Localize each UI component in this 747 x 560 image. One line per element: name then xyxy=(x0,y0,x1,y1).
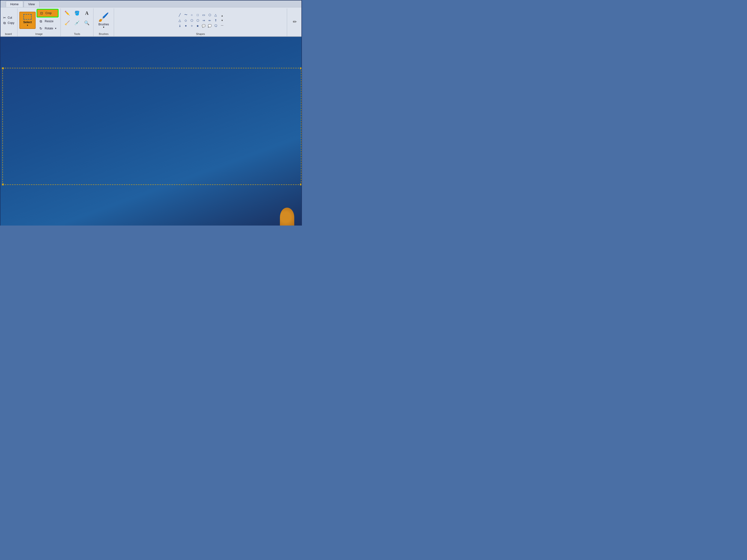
ribbon: Home View ✂ Cut ⧉ Copy xyxy=(0,0,302,37)
shape-arrow-u[interactable]: ⇑ xyxy=(213,18,218,23)
shape-callout3[interactable]: 🗨 xyxy=(213,23,218,28)
copy-button[interactable]: ⧉ Copy xyxy=(1,21,15,25)
shape-pent[interactable]: ⬠ xyxy=(189,18,195,23)
image-label: Image xyxy=(35,32,43,36)
cut-icon: ✂ xyxy=(2,16,7,20)
select-dashed-icon xyxy=(23,14,31,20)
shapes-more[interactable]: — xyxy=(220,23,224,27)
shape-star6[interactable]: ✧ xyxy=(189,23,195,28)
shape-arrow-l[interactable]: ⇐ xyxy=(207,18,212,23)
shape-wave[interactable]: 〜 xyxy=(183,12,188,18)
shapes-scroll-down[interactable]: ▼ xyxy=(220,18,224,23)
edit-group: ✏ xyxy=(287,8,302,36)
image-group: Select ▼ ⊡ Crop ⧉ Resize xyxy=(18,8,61,36)
brushes-label: Brushes xyxy=(99,23,109,26)
tools-label: Tools xyxy=(74,32,80,36)
edit-icon: ✏ xyxy=(293,19,297,25)
rotate-icon: ↻ xyxy=(38,26,43,31)
brushes-button[interactable]: 🖌️ Brushes ▼ xyxy=(95,12,112,29)
eraser-icon: 🧹 xyxy=(65,20,70,26)
resize-button[interactable]: ⧉ Resize xyxy=(36,18,58,25)
shapes-scroll: ▲ ▼ — xyxy=(220,13,224,27)
shape-arrow-r[interactable]: ⇒ xyxy=(201,18,207,23)
rotate-button[interactable]: ↻ Rotate ▼ xyxy=(36,25,58,32)
shape-arrow-d[interactable]: ⇓ xyxy=(177,23,183,28)
tools-group: ✏️ 🪣 A 🧹 💉 xyxy=(61,8,94,36)
tools-row-1: ✏️ 🪣 A xyxy=(62,9,91,18)
handle-top-left[interactable] xyxy=(2,68,4,69)
rotate-label: Rotate xyxy=(45,27,53,30)
shape-tri1[interactable]: △ xyxy=(213,12,218,18)
copy-icon: ⧉ xyxy=(2,21,7,25)
clipboard-group: ✂ Cut ⧉ Copy board xyxy=(0,8,18,36)
brushes-arrow: ▼ xyxy=(103,26,105,28)
clipboard-items: ✂ Cut ⧉ Copy xyxy=(1,15,15,25)
app-wrapper: Home View ✂ Cut ⧉ Copy xyxy=(0,0,302,225)
text-button[interactable]: A xyxy=(82,9,91,18)
shape-diamond[interactable]: ◇ xyxy=(183,18,188,23)
eyedropper-icon: 💉 xyxy=(74,20,80,26)
resize-icon: ⧉ xyxy=(38,19,43,24)
shape-ellipse[interactable]: ○ xyxy=(189,12,195,18)
shapes-scroll-up[interactable]: ▲ xyxy=(220,13,224,18)
select-dropdown-arrow: ▼ xyxy=(27,24,29,27)
shape-roundrect[interactable]: ▭ xyxy=(201,12,207,18)
brushes-icon: 🖌️ xyxy=(98,12,109,22)
shape-callout2[interactable]: 💭 xyxy=(207,23,212,28)
select-label: Select xyxy=(23,21,31,24)
shape-hex1[interactable]: ⬡ xyxy=(207,12,212,18)
rotate-arrow: ▼ xyxy=(54,27,57,30)
eyedropper-button[interactable]: 💉 xyxy=(72,19,81,27)
tab-view[interactable]: View xyxy=(24,1,40,7)
text-icon: A xyxy=(85,10,88,16)
shape-hex2[interactable]: ⬡ xyxy=(195,18,201,23)
crop-label: Crop xyxy=(45,11,52,15)
copy-label: Copy xyxy=(8,21,14,25)
crop-button[interactable]: ⊡ Crop xyxy=(36,9,58,18)
shape-star4[interactable]: ✦ xyxy=(183,23,188,28)
canvas-orange-shape xyxy=(280,208,294,225)
tab-home[interactable]: Home xyxy=(6,1,23,7)
magnifier-button[interactable]: 🔍 xyxy=(82,19,91,27)
pencil-icon: ✏️ xyxy=(65,10,70,16)
image-right-buttons: ⊡ Crop ⧉ Resize ↻ Rotate ▼ xyxy=(36,9,58,32)
canvas-area[interactable] xyxy=(0,37,302,225)
shape-star5[interactable]: ★ xyxy=(195,23,201,28)
shape-callout1[interactable]: 💬 xyxy=(201,23,207,28)
handle-top-right[interactable] xyxy=(300,68,302,69)
clipboard-label: board xyxy=(5,32,12,36)
shape-rect[interactable]: □ xyxy=(195,12,201,18)
handle-bottom-left[interactable] xyxy=(2,184,4,185)
shapes-label: Shapes xyxy=(196,32,205,36)
edit-button[interactable]: ✏ xyxy=(290,13,299,30)
tools-row-2: 🧹 💉 🔍 xyxy=(62,19,91,27)
ribbon-body: ✂ Cut ⧉ Copy board xyxy=(0,7,302,36)
tab-bar: Home View xyxy=(0,0,302,7)
shapes-group: ╱ 〜 ○ □ ▭ ⬡ △ △ ◇ ⬠ ⬡ xyxy=(114,8,287,36)
handle-bottom-right[interactable] xyxy=(300,184,302,185)
resize-label: Resize xyxy=(45,20,54,23)
brushes-group: 🖌️ Brushes ▼ Brushes xyxy=(94,8,114,36)
cut-label: Cut xyxy=(8,16,12,19)
selection-rect xyxy=(2,68,302,185)
fill-button[interactable]: 🪣 xyxy=(72,9,81,18)
select-button[interactable]: Select ▼ xyxy=(19,12,35,29)
fill-icon: 🪣 xyxy=(74,10,80,16)
pencil-button[interactable]: ✏️ xyxy=(62,9,72,18)
magnifier-icon: 🔍 xyxy=(84,20,89,26)
brushes-group-label: Brushes xyxy=(99,32,108,36)
crop-icon: ⊡ xyxy=(39,11,44,16)
shape-tri2[interactable]: △ xyxy=(177,18,183,23)
cut-button[interactable]: ✂ Cut xyxy=(1,15,15,20)
shape-line[interactable]: ╱ xyxy=(177,12,183,18)
eraser-button[interactable]: 🧹 xyxy=(62,19,72,27)
